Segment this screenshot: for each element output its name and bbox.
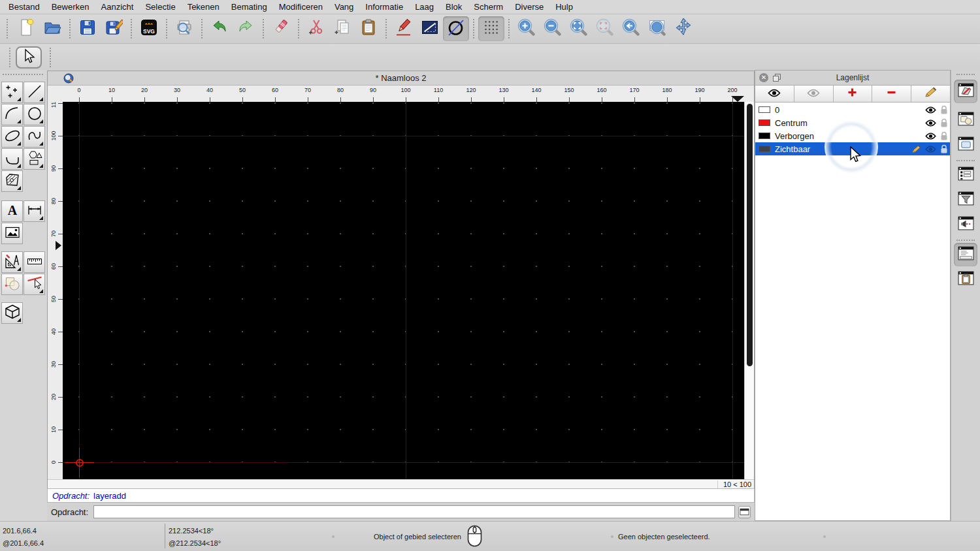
add-layer-button[interactable] <box>834 86 873 102</box>
box3d-tool-button[interactable] <box>1 302 23 324</box>
menu-bemating[interactable]: Bemating <box>225 1 273 13</box>
command-input[interactable] <box>93 505 735 518</box>
zoom-auto-button[interactable] <box>566 16 592 41</box>
layer-lock-icon[interactable] <box>940 131 948 141</box>
spline-tool-button[interactable] <box>24 126 45 148</box>
panel-properties-toggle-button[interactable] <box>954 163 977 187</box>
image-tool-button[interactable] <box>1 223 23 244</box>
command-detach-button[interactable] <box>738 506 751 518</box>
menu-bestand[interactable]: Bestand <box>3 1 46 13</box>
select-entity-tool-button[interactable] <box>24 274 45 295</box>
layer-visibility-icon[interactable] <box>925 119 936 127</box>
hide-all-layers-button[interactable] <box>794 86 834 102</box>
menu-selectie[interactable]: Selectie <box>139 1 181 13</box>
polyline-tool-button[interactable] <box>1 148 23 170</box>
eraser-button[interactable] <box>268 16 294 41</box>
menu-vang[interactable]: Vang <box>329 1 359 13</box>
redo-button[interactable] <box>233 16 259 41</box>
edit-layer-button[interactable] <box>911 86 950 102</box>
show-all-layers-button[interactable] <box>755 86 794 102</box>
panel-blocks-toggle-button[interactable] <box>954 108 977 132</box>
panel-view-toggle-button[interactable] <box>954 213 977 236</box>
vertical-scrollbar[interactable] <box>744 102 754 479</box>
menu-blok[interactable]: Blok <box>440 1 468 13</box>
horizontal-scrollbar[interactable]: 10 < 100 <box>48 479 754 489</box>
panel-layers-toggle-button[interactable] <box>954 80 977 103</box>
drafting-tool-button[interactable] <box>1 251 23 273</box>
selection-arrow-button[interactable] <box>16 46 42 69</box>
layer-visibility-icon[interactable] <box>925 146 936 153</box>
hatch-tool-button[interactable] <box>1 170 23 192</box>
new-file-button[interactable] <box>13 16 39 41</box>
layer-lock-icon[interactable] <box>940 118 948 128</box>
layer-row-0[interactable]: 0 <box>755 103 950 116</box>
zoom-pan-button[interactable] <box>670 16 696 41</box>
arc-tool-button[interactable] <box>1 104 23 125</box>
menu-informatie[interactable]: Informatie <box>359 1 409 13</box>
layer-lock-icon[interactable] <box>940 144 948 154</box>
svg-export-button[interactable]: SVG <box>136 16 162 41</box>
panel-filter-toggle-button[interactable] <box>954 188 977 212</box>
copy-button[interactable] <box>329 16 355 41</box>
circle-line-tool-button[interactable] <box>443 16 469 41</box>
zoom-select-button[interactable] <box>592 16 618 41</box>
remove-layer-button[interactable] <box>872 86 911 102</box>
measure-tool-button[interactable] <box>24 251 45 273</box>
layer-row-centrum[interactable]: Centrum <box>755 116 950 129</box>
menu-hulp[interactable]: Hulp <box>549 1 579 13</box>
text-tool-button[interactable]: A <box>1 200 23 222</box>
zoom-in-button[interactable] <box>514 16 540 41</box>
shapes-tool-button[interactable] <box>24 148 45 170</box>
print-preview-button[interactable] <box>171 16 197 41</box>
x-axis <box>79 462 288 463</box>
polyline-tool-button[interactable] <box>417 16 443 41</box>
toolbar-grip[interactable] <box>7 19 8 39</box>
points-tool-button[interactable] <box>1 82 23 103</box>
undo-button[interactable] <box>206 16 233 41</box>
save-as-button[interactable] <box>101 16 127 41</box>
edit-layer-icon[interactable] <box>911 145 921 153</box>
drawing-canvas[interactable] <box>63 102 744 479</box>
open-file-button[interactable] <box>39 16 65 41</box>
command-history-value: layeradd <box>93 491 126 501</box>
line-tool-button[interactable] <box>24 82 45 103</box>
menu-modificeren[interactable]: Modificeren <box>273 1 329 13</box>
modify-tool-button[interactable] <box>1 274 23 295</box>
panel-clipboard-icon <box>958 270 974 289</box>
layer-row-zichtbaar[interactable]: Zichtbaar <box>755 142 950 155</box>
vertical-scrollbar-thumb[interactable] <box>747 104 753 366</box>
cut-button[interactable] <box>303 16 329 41</box>
layer-row-verborgen[interactable]: Verborgen <box>755 129 950 142</box>
save-button[interactable] <box>74 16 101 41</box>
panel-library-toggle-button[interactable] <box>954 133 977 157</box>
paste-button[interactable] <box>355 16 382 41</box>
layer-visibility-icon[interactable] <box>925 106 936 114</box>
menu-diverse[interactable]: Diverse <box>509 1 549 13</box>
layer-visibility-icon[interactable] <box>925 133 936 140</box>
grid-toggle-button[interactable] <box>478 16 504 41</box>
palette-grip[interactable] <box>3 74 43 75</box>
panel-library-icon <box>958 136 974 154</box>
drawing-window-titlebar[interactable]: * Naamloos 2 <box>48 71 754 86</box>
menu-bewerken[interactable]: Bewerken <box>46 1 95 13</box>
zoom-previous-button[interactable] <box>618 16 644 41</box>
menu-scherm[interactable]: Scherm <box>468 1 509 13</box>
polar-absolute: 212.2534<18° <box>169 527 214 535</box>
h-ruler-label: 100 <box>396 87 416 93</box>
panel-clipboard-toggle-button[interactable] <box>954 268 977 291</box>
zoom-out-button[interactable] <box>540 16 566 41</box>
zoom-window-button[interactable] <box>644 16 670 41</box>
toolbar-grip[interactable] <box>9 48 10 67</box>
selection-arrow-icon <box>21 48 37 67</box>
menu-aanzicht[interactable]: Aanzicht <box>95 1 140 13</box>
circle-tool-button[interactable] <box>24 104 45 125</box>
menu-laag[interactable]: Laag <box>409 1 440 13</box>
layer-lock-icon[interactable] <box>940 105 948 115</box>
panel-command-toggle-button[interactable] <box>954 243 977 266</box>
dock-grip[interactable] <box>956 74 975 75</box>
draw-pencil-button[interactable] <box>391 16 417 41</box>
menu-tekenen[interactable]: Tekenen <box>182 1 225 13</box>
dimension-tool-button[interactable] <box>24 200 45 222</box>
ellipse-tool-button[interactable] <box>1 126 23 148</box>
command-history: Opdracht: layeradd <box>47 488 755 503</box>
